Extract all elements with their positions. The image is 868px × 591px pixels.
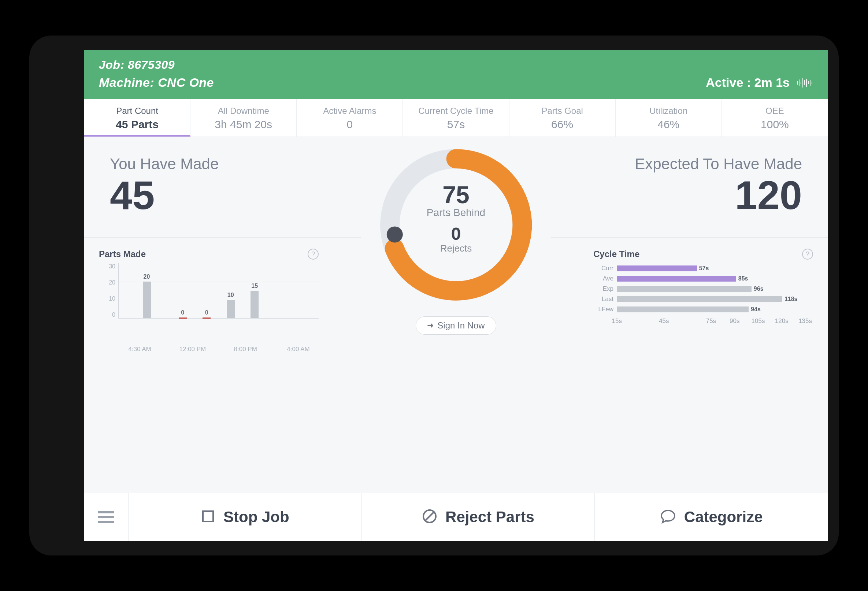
cycle-bar	[617, 276, 736, 281]
row-label: Curr	[593, 265, 617, 272]
stop-job-button[interactable]: Stop Job	[128, 493, 362, 541]
tab-label: Part Count	[84, 106, 190, 116]
sign-in-button[interactable]: ➜ Sign In Now	[416, 316, 496, 335]
waveform-icon	[796, 77, 813, 88]
parts-made-chart: Parts Made ? 3020100 20001015 4:30 AM12:…	[99, 249, 319, 333]
tab-value: 100%	[722, 118, 828, 131]
active-status: Active : 2m 1s	[706, 75, 790, 90]
cycle-bar	[617, 307, 748, 312]
cycle-time-row: Ave85s	[593, 274, 813, 284]
footer-bar: Stop Job Reject Parts Categorize	[84, 493, 828, 541]
progress-gauge: 75 Parts Behind 0 Rejects ➜ Sign In Now	[361, 144, 551, 335]
cycle-value: 57s	[697, 265, 709, 272]
cycle-bar	[617, 265, 697, 271]
reject-icon	[422, 508, 437, 525]
cycle-value: 94s	[748, 306, 761, 313]
tab-oee[interactable]: OEE100%	[722, 99, 828, 137]
zero-marker	[179, 317, 187, 319]
row-label: LFew	[593, 306, 617, 313]
cycle-bar	[617, 296, 782, 302]
parts-behind-label: Parts Behind	[375, 207, 537, 219]
stop-job-label: Stop Job	[223, 508, 289, 526]
bar-value: 10	[227, 292, 234, 298]
cycle-time-row: LFew94s	[593, 304, 813, 315]
tab-value: 57s	[403, 118, 509, 131]
tab-value: 46%	[616, 118, 722, 131]
help-icon[interactable]: ?	[308, 249, 319, 259]
tab-label: OEE	[722, 106, 828, 116]
stop-icon	[201, 509, 216, 525]
tab-all-downtime[interactable]: All Downtime3h 45m 20s	[190, 99, 297, 137]
tab-utilization[interactable]: Utilization46%	[616, 99, 722, 137]
rejects-label: Rejects	[375, 243, 537, 254]
tab-label: Active Alarms	[297, 106, 403, 116]
cycle-time-title: Cycle Time	[593, 249, 639, 259]
bar-value: 0	[205, 310, 208, 316]
row-label: Ave	[593, 275, 617, 282]
tab-value: 66%	[509, 118, 615, 131]
categorize-label: Categorize	[684, 508, 763, 526]
tab-value: 0	[297, 118, 403, 131]
reject-parts-button[interactable]: Reject Parts	[362, 493, 595, 541]
help-icon[interactable]: ?	[802, 249, 813, 259]
header-bar: Job: 8675309 Machine: CNC One Active : 2…	[84, 50, 828, 99]
tab-current-cycle-time[interactable]: Current Cycle Time57s	[403, 99, 509, 137]
rejects-value: 0	[375, 225, 537, 243]
tab-value: 45 Parts	[84, 118, 190, 131]
bar	[143, 281, 151, 318]
svg-line-13	[425, 512, 434, 521]
cycle-bar	[617, 286, 751, 292]
row-label: Exp	[593, 285, 617, 293]
tab-label: Utilization	[616, 106, 722, 116]
tab-part-count[interactable]: Part Count45 Parts	[84, 99, 190, 137]
parts-behind-value: 75	[375, 183, 537, 207]
menu-button[interactable]	[84, 493, 128, 541]
machine-label: Machine: CNC One	[99, 75, 214, 90]
categorize-button[interactable]: Categorize	[595, 493, 828, 541]
app-screen: Job: 8675309 Machine: CNC One Active : 2…	[84, 50, 828, 541]
tab-label: All Downtime	[190, 106, 296, 116]
svg-rect-11	[203, 511, 213, 522]
parts-made-title: Parts Made	[99, 249, 146, 259]
tab-label: Parts Goal	[509, 106, 615, 116]
cycle-time-chart: Cycle Time ? Curr57sAve85sExp96sLast118s…	[593, 249, 813, 326]
counts-row: You Have Made 45 75 Parts Behind 0 Rejec…	[84, 137, 828, 215]
bar-value: 15	[251, 283, 258, 289]
tab-parts-goal[interactable]: Parts Goal66%	[509, 99, 616, 137]
zero-marker	[202, 317, 211, 319]
cycle-value: 118s	[782, 296, 798, 303]
metrics-tabs: Part Count45 PartsAll Downtime3h 45m 20s…	[84, 99, 828, 137]
cycle-time-row: Curr57s	[593, 263, 813, 274]
sign-in-icon: ➜	[427, 321, 434, 330]
chat-icon	[660, 509, 676, 525]
bar	[251, 291, 258, 318]
cycle-value: 96s	[751, 285, 764, 293]
bar-value: 20	[143, 274, 150, 280]
tab-active-alarms[interactable]: Active Alarms0	[297, 99, 403, 137]
job-label: Job: 8675309	[99, 58, 214, 72]
cycle-time-row: Last118s	[593, 294, 813, 304]
sign-in-label: Sign In Now	[437, 320, 484, 331]
cycle-value: 85s	[736, 275, 748, 282]
reject-parts-label: Reject Parts	[445, 508, 534, 526]
hamburger-icon	[98, 508, 114, 525]
tab-value: 3h 45m 20s	[190, 118, 296, 131]
bar	[227, 300, 235, 318]
tablet-frame: Job: 8675309 Machine: CNC One Active : 2…	[29, 35, 839, 556]
cycle-time-row: Exp96s	[593, 284, 813, 294]
tab-label: Current Cycle Time	[403, 106, 509, 116]
bar-value: 0	[181, 310, 184, 316]
row-label: Last	[593, 296, 617, 303]
